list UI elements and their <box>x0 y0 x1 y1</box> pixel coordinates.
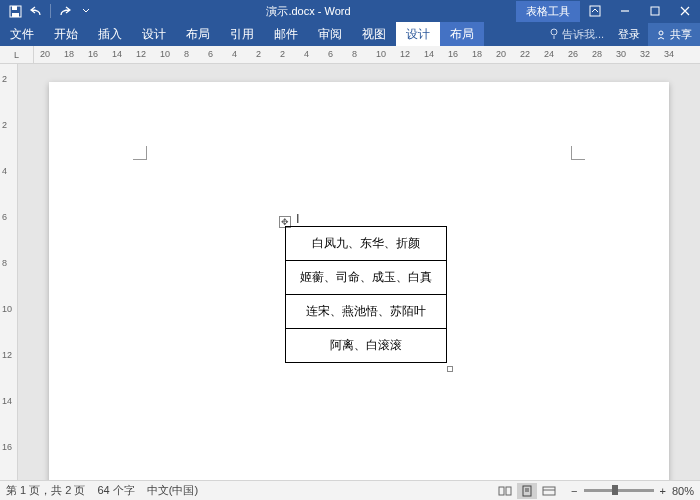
tab-view[interactable]: 视图 <box>352 22 396 47</box>
tab-table-layout[interactable]: 布局 <box>440 22 484 47</box>
tab-table-design[interactable]: 设计 <box>396 22 440 47</box>
ruler-tick: 14 <box>112 49 122 59</box>
document-table[interactable]: 白凤九、东华、折颜 姬蘅、司命、成玉、白真 连宋、燕池悟、苏陌叶 阿离、白滚滚 <box>285 226 447 363</box>
login-button[interactable]: 登录 <box>610 27 648 42</box>
ruler-tick: 12 <box>2 350 12 360</box>
tab-home[interactable]: 开始 <box>44 22 88 47</box>
language[interactable]: 中文(中国) <box>147 483 198 498</box>
ruler-tick: 6 <box>328 49 333 59</box>
share-label: 共享 <box>670 27 692 42</box>
ruler-tick: 24 <box>544 49 554 59</box>
svg-rect-3 <box>590 6 600 16</box>
table-cell[interactable]: 连宋、燕池悟、苏陌叶 <box>286 295 447 329</box>
ruler-tick: 28 <box>592 49 602 59</box>
ruler-tick: 4 <box>2 166 7 176</box>
table-resize-handle-icon[interactable] <box>447 366 453 372</box>
ruler-tick: 32 <box>640 49 650 59</box>
lightbulb-icon <box>549 28 559 40</box>
tab-file[interactable]: 文件 <box>0 22 44 47</box>
document-area[interactable]: ✥ Ⅰ 白凤九、东华、折颜 姬蘅、司命、成玉、白真 连宋、燕池悟、苏陌叶 阿离、… <box>18 64 700 480</box>
svg-rect-14 <box>543 487 555 495</box>
ruler-tick: 8 <box>184 49 189 59</box>
ruler-tick: 8 <box>2 258 7 268</box>
zoom-slider[interactable] <box>584 489 654 492</box>
ruler-tick: 2 <box>2 120 7 130</box>
page-info[interactable]: 第 1 页，共 2 页 <box>6 483 85 498</box>
ruler-tick: 12 <box>136 49 146 59</box>
ruler-tick: 4 <box>304 49 309 59</box>
svg-rect-5 <box>651 7 659 15</box>
table-cell[interactable]: 白凤九、东华、折颜 <box>286 227 447 261</box>
view-buttons <box>495 483 559 499</box>
ruler-tick: 18 <box>64 49 74 59</box>
svg-rect-1 <box>12 6 17 10</box>
tab-references[interactable]: 引用 <box>220 22 264 47</box>
window-controls <box>580 0 700 22</box>
ruler-tick: 26 <box>568 49 578 59</box>
save-icon[interactable] <box>6 2 24 20</box>
share-button[interactable]: 共享 <box>648 23 700 46</box>
ruler-tick: 2 <box>280 49 285 59</box>
minimize-icon[interactable] <box>610 0 640 22</box>
ruler-tick: 20 <box>496 49 506 59</box>
ruler-tick: 20 <box>40 49 50 59</box>
ribbon-tabs: 文件 开始 插入 设计 布局 引用 邮件 审阅 视图 设计 布局 告诉我... … <box>0 22 700 46</box>
web-layout-icon[interactable] <box>539 483 559 499</box>
table-cell[interactable]: 阿离、白滚滚 <box>286 329 447 363</box>
margin-corner-tr <box>571 146 585 160</box>
ruler-tick: 6 <box>208 49 213 59</box>
undo-icon[interactable] <box>28 2 46 20</box>
svg-rect-9 <box>499 487 504 495</box>
ruler-tick: 12 <box>400 49 410 59</box>
ruler-tick: 18 <box>472 49 482 59</box>
word-count[interactable]: 64 个字 <box>97 483 134 498</box>
document-title: 演示.docx - Word <box>101 4 516 19</box>
maximize-icon[interactable] <box>640 0 670 22</box>
qat-separator <box>50 4 51 18</box>
tab-insert[interactable]: 插入 <box>88 22 132 47</box>
ruler-tick: 2 <box>2 74 7 84</box>
print-layout-icon[interactable] <box>517 483 537 499</box>
ribbon-options-icon[interactable] <box>580 0 610 22</box>
ruler-tick: 8 <box>352 49 357 59</box>
ruler-tick: 2 <box>256 49 261 59</box>
quick-access-toolbar <box>0 2 101 20</box>
ruler-tick: 6 <box>2 212 7 222</box>
tab-mailings[interactable]: 邮件 <box>264 22 308 47</box>
ruler-tick: 10 <box>160 49 170 59</box>
horizontal-ruler[interactable]: L 20181614121086422468101214161820222426… <box>0 46 700 64</box>
context-tool-label: 表格工具 <box>516 1 580 22</box>
read-mode-icon[interactable] <box>495 483 515 499</box>
margin-corner-tl <box>133 146 147 160</box>
text-cursor-icon: Ⅰ <box>296 212 300 226</box>
table-cell[interactable]: 姬蘅、司命、成玉、白真 <box>286 261 447 295</box>
svg-rect-2 <box>12 13 19 17</box>
close-icon[interactable] <box>670 0 700 22</box>
ruler-tick: 10 <box>2 304 12 314</box>
share-icon <box>656 29 667 40</box>
vertical-ruler[interactable]: 2246810121416 <box>0 64 18 480</box>
ruler-corner: L <box>0 46 34 64</box>
svg-point-6 <box>551 29 557 35</box>
tab-review[interactable]: 审阅 <box>308 22 352 47</box>
status-bar: 第 1 页，共 2 页 64 个字 中文(中国) − + 80% <box>0 480 700 500</box>
zoom-control: − + 80% <box>571 485 694 497</box>
tell-me-label: 告诉我... <box>562 27 604 42</box>
ruler-tick: 16 <box>88 49 98 59</box>
zoom-in-button[interactable]: + <box>660 485 666 497</box>
zoom-out-button[interactable]: − <box>571 485 577 497</box>
tell-me-search[interactable]: 告诉我... <box>543 27 610 42</box>
qat-dropdown-icon[interactable] <box>77 2 95 20</box>
ruler-tick: 4 <box>232 49 237 59</box>
tab-layout[interactable]: 布局 <box>176 22 220 47</box>
title-bar: 演示.docx - Word 表格工具 <box>0 0 700 22</box>
ruler-tick: 10 <box>376 49 386 59</box>
svg-point-8 <box>659 31 663 35</box>
ruler-tick: 16 <box>2 442 12 452</box>
zoom-percent[interactable]: 80% <box>672 485 694 497</box>
tab-design[interactable]: 设计 <box>132 22 176 47</box>
page[interactable]: ✥ Ⅰ 白凤九、东华、折颜 姬蘅、司命、成玉、白真 连宋、燕池悟、苏陌叶 阿离、… <box>49 82 669 480</box>
workspace: 2246810121416 ✥ Ⅰ 白凤九、东华、折颜 姬蘅、司命、成玉、白真 … <box>0 64 700 480</box>
redo-icon[interactable] <box>55 2 73 20</box>
zoom-thumb[interactable] <box>612 485 618 495</box>
